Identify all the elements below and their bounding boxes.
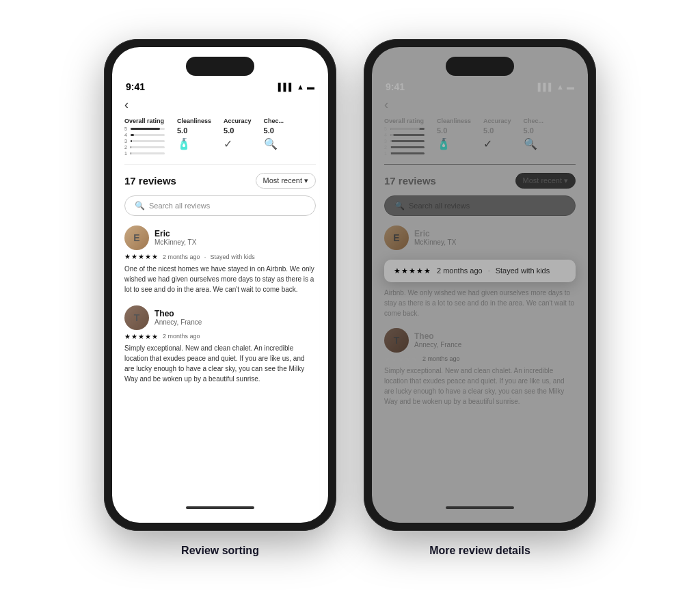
checkin-col: Chec... 5.0 🔍 [264, 118, 284, 156]
back-button-right[interactable]: ‹ [384, 98, 576, 112]
status-icons-right: ▌▌▌ ▲ ▬ [538, 83, 574, 91]
avatar-theo-left: T [124, 305, 149, 330]
accuracy-title: Accuracy [224, 118, 252, 124]
wifi-icon-right: ▲ [556, 83, 564, 91]
checkin-title-right: Chec... [524, 118, 544, 124]
cleanliness-title-right: Cleanliness [437, 118, 471, 124]
cleanliness-value: 5.0 [177, 126, 211, 135]
dynamic-island-left [186, 57, 254, 76]
caption-left: Review sorting [181, 545, 259, 557]
review-item-theo-left: T Theo Annecy, France ★★★★★ 2 months ago… [124, 305, 316, 384]
search-bar-right[interactable]: 🔍 Search all reviews [384, 195, 576, 216]
sort-label-left: Most recent [263, 176, 302, 184]
review-item-eric-right: E Eric McKinney, TX [384, 225, 576, 250]
reviewer-header-theo-left: T Theo Annecy, France [124, 305, 316, 330]
search-icon-right: 🔍 [394, 201, 405, 210]
bar-bg-4 [131, 134, 165, 136]
search-placeholder-right: Search all reviews [409, 202, 470, 210]
overall-rating-col: Overall rating 5 4 [124, 118, 165, 156]
back-button-left[interactable]: ‹ [124, 98, 316, 112]
home-indicator-left [186, 506, 254, 509]
checkin-value: 5.0 [264, 126, 284, 135]
bar-bg-1 [131, 152, 165, 154]
cleanliness-value-right: 5.0 [437, 126, 471, 135]
checkin-icon-right: 🔍 [524, 137, 544, 150]
accuracy-icon: ✓ [224, 137, 252, 150]
bar-bg-5 [131, 128, 165, 130]
bar-row-3-r: 3 [384, 139, 425, 143]
bar-bg-3 [131, 140, 165, 142]
sep-eric-left: · [204, 253, 206, 261]
bar-fill-4-r [390, 134, 394, 136]
phone-right-wrapper: 9:41 ▌▌▌ ▲ ▬ ‹ Overall rating [364, 39, 596, 557]
reviewer-name-theo-left: Theo [154, 309, 202, 318]
bar-num-3: 3 [124, 139, 129, 143]
battery-icon-right: ▬ [567, 83, 574, 91]
rating-bars: 5 4 3 [124, 126, 165, 156]
reviewer-header-eric-left: E Eric McKinney, TX [124, 225, 316, 250]
bar-num-1: 1 [124, 151, 129, 156]
overall-title-right: Overall rating [384, 118, 425, 124]
sort-button-left[interactable]: Most recent ▾ [256, 173, 316, 189]
reviews-header-left: 17 reviews Most recent ▾ [124, 173, 316, 189]
accuracy-icon-right: ✓ [483, 137, 511, 150]
bar-bg-1-r [390, 152, 425, 154]
accuracy-value: 5.0 [224, 126, 252, 135]
reviewer-name-eric-right: Eric [414, 229, 456, 238]
sort-chevron-right: ▾ [564, 176, 568, 185]
search-icon-left: 🔍 [135, 201, 145, 210]
search-bar-left[interactable]: 🔍 Search all reviews [124, 195, 316, 216]
bar-fill-4 [131, 134, 134, 136]
bar-row-5-r: 5 [384, 126, 425, 131]
accuracy-col: Accuracy 5.0 ✓ [224, 118, 252, 156]
bar-fill-5 [131, 128, 160, 130]
reviewer-header-eric-right: E Eric McKinney, TX [384, 225, 576, 250]
bar-bg-5-r [390, 128, 425, 130]
bar-fill-3-r [390, 140, 392, 142]
reviews-count-left: 17 reviews [124, 175, 176, 187]
status-time-left: 9:41 [126, 81, 145, 92]
bar-row-1-r: 1 [384, 151, 425, 156]
bar-num-4-r: 4 [384, 133, 388, 137]
reviewer-name-theo-right: Theo [414, 331, 461, 341]
review-meta-theo-left: ★★★★★ 2 months ago [124, 333, 316, 340]
phone-left: 9:41 ▌▌▌ ▲ ▬ ‹ Overall rating [104, 39, 336, 531]
review-text-theo-right: Simply exceptional. New and clean chalet… [384, 366, 576, 407]
bar-row-2: 2 [124, 145, 165, 150]
cleanliness-title: Cleanliness [177, 118, 211, 124]
stars-theo-right: ★★★★★ [384, 355, 418, 363]
phone-right: 9:41 ▌▌▌ ▲ ▬ ‹ Overall rating [364, 39, 596, 531]
review-meta-eric-left: ★★★★★ 2 months ago · Stayed with kids [124, 253, 316, 261]
home-indicator-right [446, 506, 514, 509]
screen-content-left: ‹ Overall rating 5 [112, 98, 328, 519]
tooltip-bar: ★★★★★ 2 months ago · Stayed with kids [384, 260, 576, 282]
sort-button-right[interactable]: Most recent ▾ [515, 173, 576, 189]
date-eric-left: 2 months ago [163, 254, 200, 260]
reviewer-location-theo-right: Annecy, France [414, 341, 461, 348]
bar-fill-5-r [390, 128, 420, 130]
cleanliness-col-right: Cleanliness 5.0 🧴 [437, 118, 471, 156]
reviews-count-right: 17 reviews [384, 175, 436, 187]
accuracy-col-right: Accuracy 5.0 ✓ [483, 118, 511, 156]
caption-right: More review details [429, 545, 530, 557]
bar-fill-3 [131, 140, 132, 142]
bar-bg-2 [131, 146, 165, 148]
sort-chevron-left: ▾ [304, 176, 308, 185]
reviewer-name-eric-left: Eric [154, 229, 196, 238]
phone-left-screen: 9:41 ▌▌▌ ▲ ▬ ‹ Overall rating [112, 47, 328, 523]
cleanliness-col: Cleanliness 5.0 🧴 [177, 118, 211, 156]
phone-left-wrapper: 9:41 ▌▌▌ ▲ ▬ ‹ Overall rating [104, 39, 336, 557]
bar-num-1-r: 1 [384, 151, 388, 156]
cleanliness-icon-right: 🧴 [437, 137, 471, 150]
reviewer-location-theo-left: Annecy, France [154, 318, 202, 326]
avatar-theo-right: T [384, 328, 409, 353]
reviewer-info-eric-right: Eric McKinney, TX [414, 229, 456, 246]
rating-bars-right: 5 4 3 [384, 126, 425, 156]
avatar-eric-right: E [384, 225, 409, 250]
reviews-header-right: 17 reviews Most recent ▾ [384, 173, 576, 189]
bar-num-2-r: 2 [384, 145, 388, 150]
checkin-icon: 🔍 [264, 137, 284, 150]
review-text-eric-left: One of the nicest homes we have stayed i… [124, 264, 316, 295]
reviewer-header-theo-right: T Theo Annecy, France [384, 328, 576, 353]
date-theo-left: 2 months ago [163, 333, 200, 340]
